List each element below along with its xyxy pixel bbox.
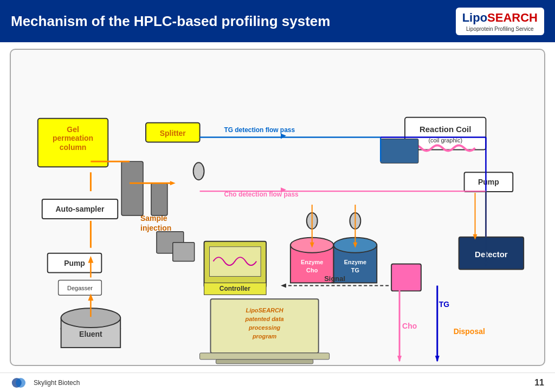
svg-marker-77 bbox=[170, 181, 176, 185]
svg-text:column: column bbox=[60, 143, 87, 152]
svg-text:TG: TG bbox=[351, 267, 359, 273]
svg-text:(coil graphic): (coil graphic) bbox=[428, 137, 462, 143]
logo-box: LipoSEARCH Lipoprotein Profiling Service bbox=[456, 8, 544, 35]
svg-marker-79 bbox=[397, 356, 402, 362]
svg-point-45 bbox=[334, 238, 377, 253]
svg-rect-12 bbox=[464, 172, 513, 192]
footer: Skylight Biotech 11 bbox=[0, 373, 555, 392]
svg-point-24 bbox=[61, 308, 121, 328]
svg-text:Sample: Sample bbox=[140, 214, 167, 223]
svg-point-56 bbox=[307, 213, 318, 229]
svg-rect-8 bbox=[405, 117, 486, 150]
svg-text:Cho: Cho bbox=[402, 322, 417, 330]
svg-marker-62 bbox=[281, 134, 286, 139]
logo-subtitle: Lipoprotein Profiling Service bbox=[466, 26, 534, 32]
svg-rect-23 bbox=[61, 318, 121, 348]
svg-text:injection: injection bbox=[140, 224, 171, 232]
svg-point-57 bbox=[350, 213, 360, 229]
main-content: Gel permeation column Splitter TG detect… bbox=[0, 42, 555, 373]
logo-search: SEARCH bbox=[487, 11, 538, 24]
svg-text:TG: TG bbox=[439, 300, 449, 309]
page-number: 11 bbox=[534, 378, 544, 388]
svg-point-55 bbox=[193, 162, 204, 180]
svg-marker-72 bbox=[88, 256, 93, 263]
svg-marker-65 bbox=[281, 187, 286, 193]
svg-text:Reaction Coil: Reaction Coil bbox=[420, 125, 471, 134]
svg-text:Splitter: Splitter bbox=[160, 129, 186, 138]
svg-rect-27 bbox=[210, 247, 261, 277]
svg-point-22 bbox=[61, 319, 121, 338]
svg-text:permeation: permeation bbox=[53, 134, 93, 142]
svg-text:patented data: patented data bbox=[245, 316, 284, 322]
svg-text:Eluent: Eluent bbox=[79, 330, 102, 338]
page-title: Mechanism of the HPLC-based profiling sy… bbox=[11, 13, 330, 30]
svg-marker-92 bbox=[473, 234, 477, 240]
svg-text:Cho detection flow pass: Cho detection flow pass bbox=[224, 191, 299, 198]
svg-point-94 bbox=[16, 378, 25, 388]
svg-rect-50 bbox=[391, 264, 421, 291]
logo-text: LipoSEARCH bbox=[462, 11, 538, 25]
svg-text:Disposal: Disposal bbox=[454, 327, 485, 336]
footer-logo-area: Skylight Biotech bbox=[11, 375, 80, 390]
svg-rect-54 bbox=[173, 243, 195, 262]
svg-rect-18 bbox=[48, 253, 102, 273]
svg-marker-88 bbox=[353, 243, 357, 248]
svg-rect-39 bbox=[291, 245, 334, 283]
svg-rect-36 bbox=[200, 353, 330, 360]
svg-text:Signal: Signal bbox=[324, 275, 345, 283]
svg-text:Pump: Pump bbox=[64, 259, 85, 267]
diagram: Gel permeation column Splitter TG detect… bbox=[10, 49, 545, 366]
svg-text:Pump: Pump bbox=[478, 178, 499, 186]
svg-rect-48 bbox=[459, 237, 524, 270]
svg-rect-0 bbox=[38, 119, 108, 167]
footer-company: Skylight Biotech bbox=[34, 379, 80, 387]
svg-rect-11 bbox=[380, 139, 418, 164]
svg-text:LipoSEARCH: LipoSEARCH bbox=[246, 307, 283, 313]
svg-marker-67 bbox=[281, 283, 286, 288]
svg-rect-31 bbox=[211, 299, 319, 353]
skylight-biotech-icon bbox=[11, 375, 30, 390]
svg-text:Cho: Cho bbox=[306, 267, 318, 273]
svg-marker-30 bbox=[224, 299, 246, 329]
svg-text:program: program bbox=[252, 333, 277, 339]
logo-lipo: Lipo bbox=[462, 11, 487, 24]
svg-text:Controller: Controller bbox=[220, 285, 250, 292]
svg-text:Gel: Gel bbox=[67, 125, 79, 134]
svg-rect-51 bbox=[121, 161, 143, 215]
svg-marker-90 bbox=[483, 262, 488, 267]
svg-rect-52 bbox=[151, 183, 167, 215]
svg-rect-26 bbox=[204, 241, 267, 288]
header: Mechanism of the HPLC-based profiling sy… bbox=[0, 0, 555, 42]
svg-rect-44 bbox=[334, 245, 377, 283]
svg-marker-86 bbox=[310, 243, 314, 248]
svg-rect-14 bbox=[42, 199, 118, 219]
svg-text:Enzyme: Enzyme bbox=[301, 259, 323, 265]
svg-rect-20 bbox=[59, 280, 102, 295]
flow-diagram-svg: Gel permeation column Splitter TG detect… bbox=[11, 50, 544, 365]
svg-marker-70 bbox=[88, 293, 93, 300]
svg-text:Enzyme: Enzyme bbox=[344, 259, 366, 265]
svg-marker-82 bbox=[435, 356, 440, 362]
svg-rect-4 bbox=[146, 123, 200, 142]
svg-point-40 bbox=[291, 238, 334, 253]
svg-point-43 bbox=[334, 239, 377, 254]
svg-text:TG detection flow pass: TG detection flow pass bbox=[224, 126, 295, 134]
svg-rect-37 bbox=[216, 360, 313, 364]
svg-rect-53 bbox=[157, 232, 184, 253]
svg-text:Degasser: Degasser bbox=[67, 285, 93, 291]
svg-text:processing: processing bbox=[248, 324, 281, 331]
svg-text:Detector: Detector bbox=[475, 250, 508, 259]
svg-text:Auto-sampler: Auto-sampler bbox=[56, 205, 105, 213]
svg-rect-28 bbox=[204, 283, 267, 295]
svg-point-38 bbox=[291, 239, 334, 254]
